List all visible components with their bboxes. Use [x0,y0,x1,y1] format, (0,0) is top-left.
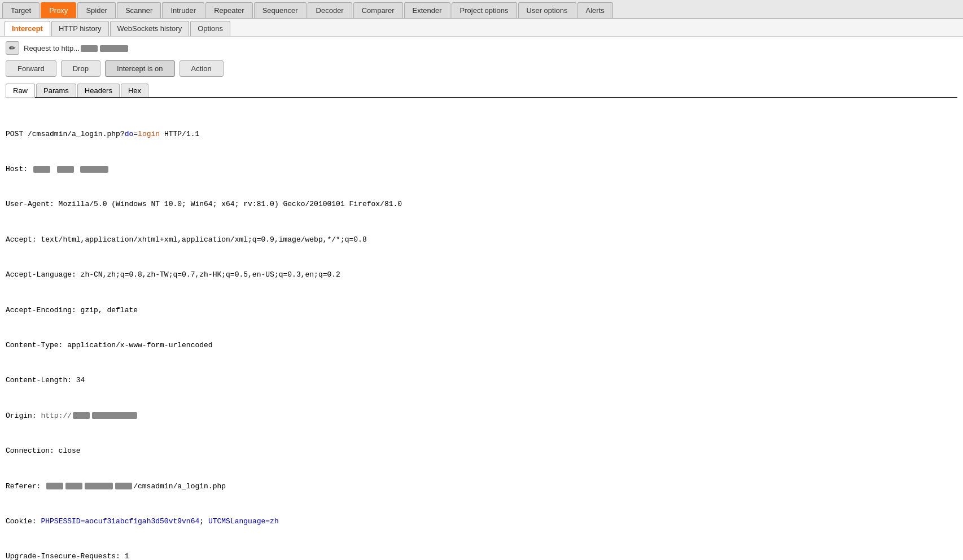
redacted-referer-b [65,483,82,489]
view-tab-params[interactable]: Params [36,84,76,97]
action-buttons: Forward Drop Intercept is on Action [6,60,957,77]
pencil-icon[interactable]: ✏ [6,41,19,55]
cookie-sep: ; [199,517,208,526]
tab-proxy[interactable]: Proxy [41,2,76,18]
header-referer: Referer: /cmsadmin/a_login.php [6,481,957,493]
header-accept-encoding: Accept-Encoding: gzip, deflate [6,305,957,317]
redacted-host-b [57,166,74,173]
subtab-options[interactable]: Options [190,21,230,36]
view-tab-raw[interactable]: Raw [6,84,35,98]
header-origin: Origin: http:// [6,410,957,422]
tab-comparer[interactable]: Comparer [353,2,403,18]
http-method: POST [6,130,23,138]
tab-user-options[interactable]: User options [518,2,576,18]
redacted-host-a [33,166,50,173]
view-tabs: Raw Params Headers Hex [6,84,957,98]
request-line: POST /cmsadmin/a_login.php?do=login HTTP… [6,129,957,141]
cookie-name-2: UTCMSLanguage [208,517,265,526]
view-tab-headers[interactable]: Headers [77,84,120,97]
request-url: Request to http... [24,44,129,53]
tab-spider[interactable]: Spider [77,2,116,18]
drop-button[interactable]: Drop [61,60,100,77]
header-connection: Connection: close [6,445,957,457]
tab-project-options[interactable]: Project options [452,2,517,18]
tab-extender[interactable]: Extender [404,2,450,18]
header-accept-language: Accept-Language: zh-CN,zh;q=0.8,zh-TW;q=… [6,269,957,281]
forward-button[interactable]: Forward [6,60,56,77]
header-accept: Accept: text/html,application/xhtml+xml,… [6,234,957,246]
query-key: do [125,130,134,138]
request-bar: ✏ Request to http... [6,41,957,55]
top-tab-bar: Target Proxy Spider Scanner Intruder Rep… [0,0,963,19]
header-host: Host: [6,164,957,176]
tab-target[interactable]: Target [2,2,40,18]
http-version: HTTP/1.1 [160,130,199,138]
cookie-val-2: =zh [265,517,278,526]
main-content: ✏ Request to http... Forward Drop Interc… [0,37,963,560]
redacted-origin-b [92,412,137,419]
header-upgrade-insecure: Upgrade-Insecure-Requests: 1 [6,551,957,560]
tab-sequencer[interactable]: Sequencer [254,2,307,18]
tab-alerts[interactable]: Alerts [577,2,613,18]
header-content-length: Content-Length: 34 [6,375,957,387]
action-button[interactable]: Action [180,60,224,77]
redacted-referer-d [115,483,132,489]
header-cookie: Cookie: PHPSESSID=aocuf3iabcf1gah3d50vt9… [6,516,957,528]
redacted-referer-a [46,483,63,489]
request-content: POST /cmsadmin/a_login.php?do=login HTTP… [6,103,957,560]
subtab-http-history[interactable]: HTTP history [51,21,109,36]
tab-decoder[interactable]: Decoder [308,2,352,18]
query-val: login [138,130,160,138]
cookie-name-1: PHPSESSID [41,517,80,526]
subtab-websockets-history[interactable]: WebSockets history [110,21,190,36]
header-user-agent: User-Agent: Mozilla/5.0 (Windows NT 10.0… [6,199,957,211]
subtab-intercept[interactable]: Intercept [5,21,50,36]
redacted-host-2 [100,45,128,52]
redacted-referer-c [85,483,113,489]
tab-repeater[interactable]: Repeater [205,2,252,18]
view-tab-hex[interactable]: Hex [121,84,148,97]
tab-scanner[interactable]: Scanner [117,2,161,18]
intercept-button[interactable]: Intercept is on [105,60,175,77]
sub-tab-bar: Intercept HTTP history WebSockets histor… [0,19,963,37]
redacted-origin-a [73,412,90,419]
redacted-host-1 [81,45,98,52]
tab-intruder[interactable]: Intruder [162,2,204,18]
cookie-val-1: =aocuf3iabcf1gah3d50vt9vn64 [81,517,200,526]
redacted-host-c [80,166,108,173]
header-content-type: Content-Type: application/x-www-form-url… [6,340,957,352]
